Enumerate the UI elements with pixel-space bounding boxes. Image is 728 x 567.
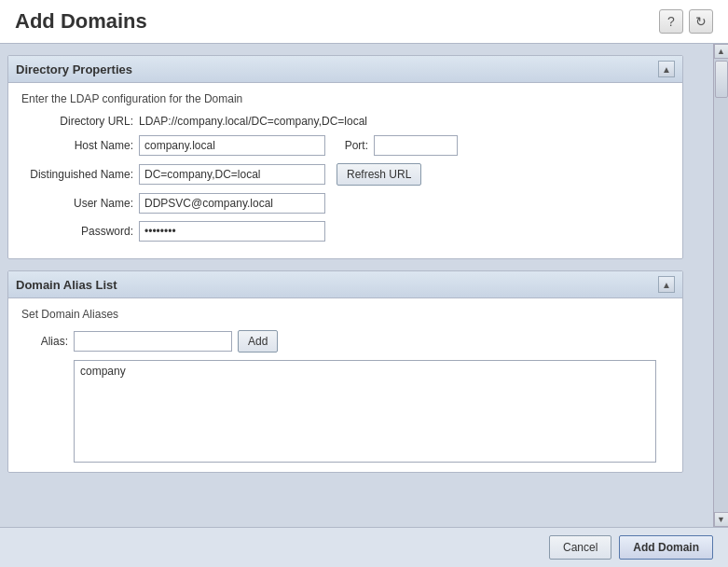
port-input[interactable]: [374, 135, 458, 156]
scroll-thumb[interactable]: [715, 61, 728, 98]
hostname-label: Host Name:: [21, 139, 133, 152]
hostname-row: Host Name: Port:: [21, 135, 669, 156]
alias-panel-collapse[interactable]: ▲: [658, 276, 675, 293]
scroll-up-arrow[interactable]: ▲: [714, 44, 729, 59]
distinguished-name-row: Distinguished Name: Refresh URL: [21, 163, 669, 186]
username-row: User Name:: [21, 193, 669, 214]
refresh-url-button[interactable]: Refresh URL: [337, 163, 421, 186]
alias-panel-title: Domain Alias List: [16, 278, 117, 292]
alias-input[interactable]: [74, 331, 232, 352]
alias-list-item[interactable]: company: [80, 365, 650, 378]
alias-panel-header: Domain Alias List ▲: [8, 271, 682, 298]
cancel-button[interactable]: Cancel: [549, 535, 611, 560]
alias-panel: Domain Alias List ▲ Set Domain Aliases A…: [7, 270, 683, 473]
add-domain-button[interactable]: Add Domain: [619, 535, 713, 560]
alias-subtitle: Set Domain Aliases: [21, 308, 669, 321]
distinguished-name-input[interactable]: [139, 164, 325, 185]
password-row: Password:: [21, 221, 669, 242]
directory-panel-header: Directory Properties ▲: [8, 56, 682, 83]
footer: Cancel Add Domain: [0, 527, 728, 567]
password-label: Password:: [21, 225, 133, 238]
hostname-input[interactable]: [139, 135, 325, 156]
directory-url-label: Directory URL:: [21, 115, 133, 128]
directory-panel-collapse[interactable]: ▲: [658, 61, 675, 77]
scrollbar: ▲ ▼: [713, 44, 728, 527]
username-label: User Name:: [21, 197, 133, 210]
password-input[interactable]: [139, 221, 325, 242]
main-window: Add Domains ? ↻ Directory Properties ▲ E…: [0, 0, 728, 567]
content-scroll-area: Directory Properties ▲ Enter the LDAP co…: [0, 44, 728, 527]
add-alias-button[interactable]: Add: [238, 330, 278, 353]
header-icons: ? ↻: [659, 9, 713, 34]
alias-panel-content: Set Domain Aliases Alias: Add company: [8, 298, 682, 472]
username-input[interactable]: [139, 193, 325, 214]
header: Add Domains ? ↻: [0, 0, 728, 44]
distinguished-name-label: Distinguished Name:: [21, 168, 133, 181]
directory-panel: Directory Properties ▲ Enter the LDAP co…: [7, 55, 683, 259]
scroll-down-arrow[interactable]: ▼: [714, 512, 729, 527]
content-inner: Directory Properties ▲ Enter the LDAP co…: [0, 44, 698, 527]
refresh-button[interactable]: ↻: [689, 9, 713, 34]
directory-panel-title: Directory Properties: [16, 62, 132, 76]
alias-list: company: [74, 360, 656, 463]
port-label: Port:: [331, 139, 368, 152]
help-button[interactable]: ?: [659, 9, 683, 34]
directory-subtitle: Enter the LDAP configuration for the Dom…: [21, 92, 669, 105]
alias-input-row: Alias: Add: [21, 330, 669, 353]
directory-url-value: LDAP://company.local/DC=company,DC=local: [139, 115, 367, 128]
directory-url-row: Directory URL: LDAP://company.local/DC=c…: [21, 115, 669, 128]
page-title: Add Domains: [15, 9, 147, 34]
alias-label: Alias:: [21, 335, 68, 348]
directory-panel-content: Enter the LDAP configuration for the Dom…: [8, 83, 682, 258]
